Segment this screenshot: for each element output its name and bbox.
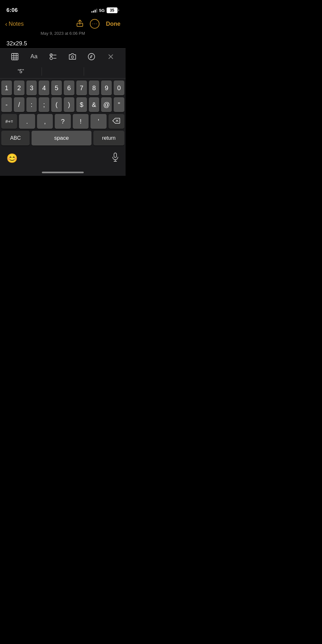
keyboard-toolbar: Aa [0, 48, 126, 64]
more-options-button[interactable]: ··· [90, 19, 99, 29]
predictive-text-1: “5” [18, 69, 24, 74]
symbol-row: - / : ; ( ) $ & @ " [1, 97, 124, 112]
number-row: 1 2 3 4 5 6 7 8 9 0 [1, 80, 124, 95]
svg-rect-12 [114, 153, 117, 157]
keyboard: 1 2 3 4 5 6 7 8 9 0 - / : ; ( ) $ & @ " … [0, 79, 126, 149]
return-label: return [102, 135, 116, 141]
battery-icon: 35 [107, 7, 119, 13]
key-8[interactable]: 8 [89, 80, 99, 95]
note-date: May 9, 2023 at 6:06 PM [0, 30, 126, 39]
key-open-paren[interactable]: ( [51, 97, 62, 112]
backspace-icon [112, 118, 120, 125]
abc-key[interactable]: ABC [1, 131, 30, 146]
key-3[interactable]: 3 [26, 80, 37, 95]
nav-bar: ‹ Notes ··· Done [0, 16, 126, 30]
key-5[interactable]: 5 [51, 80, 62, 95]
abc-label: ABC [10, 135, 21, 141]
home-indicator [0, 165, 126, 176]
key-slash[interactable]: / [14, 97, 24, 112]
format-icon[interactable]: Aa [27, 51, 40, 62]
ellipsis-icon: ··· [92, 21, 97, 27]
checklist-icon[interactable] [47, 51, 60, 62]
nav-actions: ··· Done [76, 19, 120, 29]
home-pill [42, 172, 84, 173]
note-content-area[interactable]: 32x29.5 [0, 39, 126, 48]
note-text: 32x29.5 [6, 40, 27, 47]
svg-point-10 [71, 56, 73, 58]
key-1[interactable]: 1 [1, 80, 12, 95]
table-icon[interactable] [8, 51, 21, 62]
back-label: Notes [9, 21, 24, 27]
status-bar: 6:06 5G 35 [0, 0, 126, 16]
space-label: space [54, 135, 69, 141]
signal-bars-icon [91, 8, 97, 13]
key-4[interactable]: 4 [39, 80, 49, 95]
key-comma[interactable]: , [37, 114, 53, 129]
emoji-button[interactable]: 😊 [6, 153, 18, 164]
key-apostrophe[interactable]: ' [90, 114, 106, 129]
symbols-toggle-button[interactable]: #+= [1, 114, 17, 129]
status-time: 6:06 [6, 7, 18, 14]
key-6[interactable]: 6 [64, 80, 74, 95]
space-row: ABC space return [1, 131, 124, 146]
key-ampersand[interactable]: & [89, 97, 99, 112]
share-icon[interactable] [76, 19, 83, 29]
status-icons: 5G 35 [91, 7, 119, 13]
key-exclamation[interactable]: ! [73, 114, 89, 129]
key-close-paren[interactable]: ) [64, 97, 74, 112]
svg-point-8 [50, 57, 52, 60]
key-dollar[interactable]: $ [76, 97, 87, 112]
key-7[interactable]: 7 [76, 80, 87, 95]
return-key[interactable]: return [93, 131, 124, 146]
5g-label: 5G [99, 8, 105, 13]
space-key[interactable]: space [32, 131, 91, 146]
camera-icon[interactable] [66, 51, 79, 62]
key-2[interactable]: 2 [14, 80, 24, 95]
delete-key[interactable] [109, 114, 124, 129]
key-quote[interactable]: " [114, 97, 124, 112]
key-period[interactable]: . [19, 114, 35, 129]
symbols-toggle-label: #+= [5, 119, 13, 124]
key-minus[interactable]: - [1, 97, 12, 112]
key-colon[interactable]: : [26, 97, 37, 112]
key-0[interactable]: 0 [114, 80, 124, 95]
misc-row: #+= . , ? ! ' [1, 114, 124, 129]
bottom-bar: 😊 [0, 149, 126, 165]
key-question[interactable]: ? [55, 114, 71, 129]
svg-rect-1 [12, 53, 18, 60]
predictive-bar: “5” [0, 64, 126, 79]
back-button[interactable]: ‹ Notes [5, 21, 24, 27]
keyboard-close-button[interactable] [104, 51, 117, 62]
key-semicolon[interactable]: ; [39, 97, 49, 112]
microphone-button[interactable] [111, 153, 119, 164]
predictive-item-3[interactable] [84, 64, 126, 78]
chevron-left-icon: ‹ [5, 21, 7, 27]
key-9[interactable]: 9 [101, 80, 112, 95]
predictive-item-2[interactable] [42, 64, 83, 78]
done-button[interactable]: Done [106, 21, 120, 27]
battery-level: 35 [110, 8, 114, 13]
key-at[interactable]: @ [101, 97, 112, 112]
markup-icon[interactable] [85, 51, 98, 62]
predictive-item-1[interactable]: “5” [0, 64, 42, 78]
